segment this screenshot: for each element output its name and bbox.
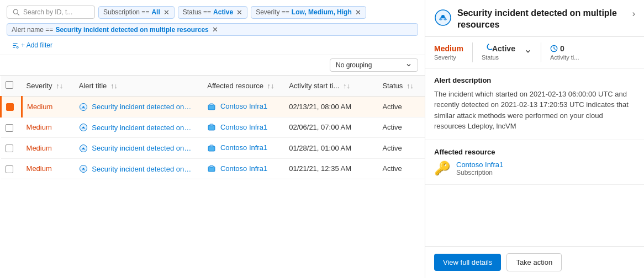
svg-point-17 xyxy=(82,147,84,149)
alert-icon xyxy=(79,103,88,111)
row-checkbox[interactable] xyxy=(6,165,13,173)
resource-text: Contoso Infra1 xyxy=(220,164,267,173)
status-dropdown-button[interactable] xyxy=(524,47,532,57)
filter-status-close[interactable]: ✕ xyxy=(236,8,242,17)
resource-icon xyxy=(207,164,216,173)
severity-column-header[interactable]: Severity ↑↓ xyxy=(22,76,75,97)
svg-line-1 xyxy=(18,13,19,15)
row-checkbox-cell xyxy=(1,138,22,159)
time-column-header[interactable]: Activity start ti... ↑↓ xyxy=(284,76,378,97)
filter-status-value: Active xyxy=(213,8,233,16)
alert-title-text: Security incident detected on m... xyxy=(92,103,191,111)
alert-description-section: Alert description The incident which sta… xyxy=(425,68,644,140)
severity-value: Medium xyxy=(27,144,52,152)
svg-point-9 xyxy=(82,106,84,108)
search-box[interactable]: Search by ID, t... xyxy=(7,6,95,19)
activity-meta-value: 0 xyxy=(550,44,579,53)
chevron-down-small-icon xyxy=(524,47,532,55)
chevron-down-icon xyxy=(405,62,412,68)
filter-tag-status: Status == Active ✕ xyxy=(178,6,247,19)
take-action-button[interactable]: Take action xyxy=(506,253,562,271)
row-status: Active xyxy=(378,97,425,117)
table-body: Medium Security incident detected on m..… xyxy=(1,97,425,179)
row-status: Active xyxy=(378,117,425,138)
alert-description-body: The incident which started on 2021-02-13… xyxy=(434,89,635,132)
row-checkbox[interactable] xyxy=(6,124,13,132)
filter-severity-close[interactable]: ✕ xyxy=(355,8,361,17)
row-checkbox[interactable] xyxy=(6,145,13,152)
severity-header-label: Severity xyxy=(27,82,52,90)
resource-info: Contoso Infra1 Subscription xyxy=(456,161,503,177)
title-sort-icon: ↑↓ xyxy=(110,82,118,90)
resource-sort-icon: ↑↓ xyxy=(267,82,275,90)
row-severity: Medium xyxy=(22,138,75,159)
svg-rect-11 xyxy=(210,104,213,105)
select-all-checkbox[interactable] xyxy=(6,81,13,89)
svg-line-31 xyxy=(554,49,556,50)
row-severity: Medium xyxy=(22,97,75,117)
table-row[interactable]: Medium Security incident detected on m..… xyxy=(1,117,425,138)
svg-point-25 xyxy=(441,15,445,18)
alert-title-text: Security incident detected on m... xyxy=(92,144,191,152)
title-column-header[interactable]: Alert title ↑↓ xyxy=(75,76,203,97)
status-value-cell: Active xyxy=(382,123,402,131)
row-time: 01/21/21, 12:35 AM xyxy=(284,158,378,179)
table-header-row: Severity ↑↓ Alert title ↑↓ Affected reso… xyxy=(1,76,425,97)
row-title: Security incident detected on m... xyxy=(75,158,203,179)
status-column-header[interactable]: Status ↑↓ xyxy=(378,76,425,97)
alert-icon xyxy=(79,164,88,173)
filter-status-key: Status == xyxy=(183,8,211,16)
row-severity: Medium xyxy=(22,117,75,138)
resource-text: Contoso Infra1 xyxy=(220,143,267,152)
filter-subscription-value: All xyxy=(151,8,160,16)
time-sort-icon: ↑↓ xyxy=(343,82,350,90)
filter-tag-subscription: Subscription == All ✕ xyxy=(98,6,175,19)
resource-icon xyxy=(207,103,216,111)
svg-point-28 xyxy=(488,43,496,51)
svg-point-13 xyxy=(82,127,84,129)
grouping-dropdown[interactable]: No grouping xyxy=(330,58,418,72)
status-value-cell: Active xyxy=(382,164,402,173)
view-full-details-button[interactable]: View full details xyxy=(434,254,501,271)
row-time: 02/13/21, 08:00 AM xyxy=(284,97,378,117)
incident-icon xyxy=(434,9,452,26)
svg-rect-23 xyxy=(210,165,213,167)
row-resource: Contoso Infra1 xyxy=(203,97,284,117)
resource-column-header[interactable]: Affected resource ↑↓ xyxy=(203,76,284,97)
filter-subscription-close[interactable]: ✕ xyxy=(163,8,170,17)
resource-name-link[interactable]: Contoso Infra1 xyxy=(456,161,503,169)
status-meta-value: Active xyxy=(482,44,515,53)
row-checkbox[interactable] xyxy=(6,103,14,111)
row-status: Active xyxy=(378,138,425,159)
detail-panel-header: Security incident detected on multiple r… xyxy=(425,0,644,37)
severity-sort-icon: ↑↓ xyxy=(56,82,63,90)
table-row[interactable]: Medium Security incident detected on m..… xyxy=(1,158,425,179)
row-checkbox-cell xyxy=(1,158,22,179)
meta-separator-1 xyxy=(472,42,473,62)
resource-type: Subscription xyxy=(456,169,503,177)
add-filter-button[interactable]: + Add filter xyxy=(7,39,57,51)
collapse-button[interactable]: › xyxy=(632,9,635,19)
status-value-cell: Active xyxy=(382,103,402,111)
clock-icon xyxy=(550,45,558,52)
affected-resource-title: Affected resource xyxy=(434,148,635,156)
right-panel: Security incident detected on multiple r… xyxy=(425,0,644,278)
filter-alertname-value: Security incident detected on multiple r… xyxy=(55,26,208,34)
activity-meta: 0 Activity ti... xyxy=(550,44,588,61)
filter-severity-value: Low, Medium, High xyxy=(292,8,352,16)
filter-tag-severity: Severity == Low, Medium, High ✕ xyxy=(251,6,366,19)
detail-meta-row: Medium Severity Active Status xyxy=(425,37,644,68)
alert-icon xyxy=(79,144,88,153)
filter-subscription-key: Subscription == xyxy=(103,8,149,16)
table-row[interactable]: Medium Security incident detected on m..… xyxy=(1,97,425,117)
row-checkbox-cell xyxy=(1,117,22,138)
grouping-row: No grouping xyxy=(0,55,425,76)
filter-alertname-close[interactable]: ✕ xyxy=(212,25,218,34)
severity-meta-label: Severity xyxy=(434,54,463,61)
activity-meta-label: Activity ti... xyxy=(550,54,579,61)
table-row[interactable]: Medium Security incident detected on m..… xyxy=(1,138,425,159)
left-panel: Search by ID, t... Subscription == All ✕… xyxy=(0,0,425,278)
panel-title: Security incident detected on multiple r… xyxy=(457,8,632,31)
alert-title-text: Security incident detected on m... xyxy=(92,124,191,132)
resource-text: Contoso Infra1 xyxy=(220,102,267,110)
